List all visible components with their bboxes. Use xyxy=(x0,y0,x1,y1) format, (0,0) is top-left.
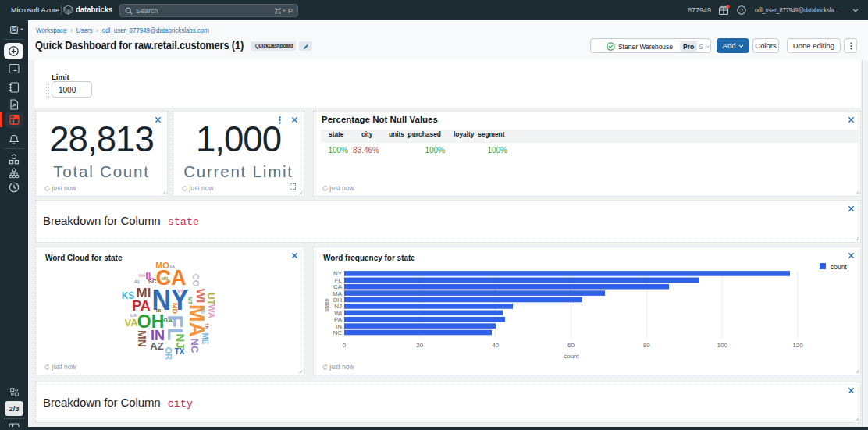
svg-text:count: count xyxy=(831,263,847,271)
svg-text:?: ? xyxy=(740,6,743,13)
svg-text:count: count xyxy=(564,353,579,360)
svg-text:state: state xyxy=(323,298,330,312)
svg-text:100: 100 xyxy=(717,342,728,349)
svg-text:60: 60 xyxy=(567,342,575,349)
svg-text:0: 0 xyxy=(343,342,347,349)
svg-text:120: 120 xyxy=(792,342,803,349)
svg-text:80: 80 xyxy=(643,342,650,349)
svg-text:20: 20 xyxy=(416,342,423,349)
svg-text:NC: NC xyxy=(333,329,342,336)
svg-text:40: 40 xyxy=(492,342,499,349)
svg-text:S: S xyxy=(12,27,16,32)
